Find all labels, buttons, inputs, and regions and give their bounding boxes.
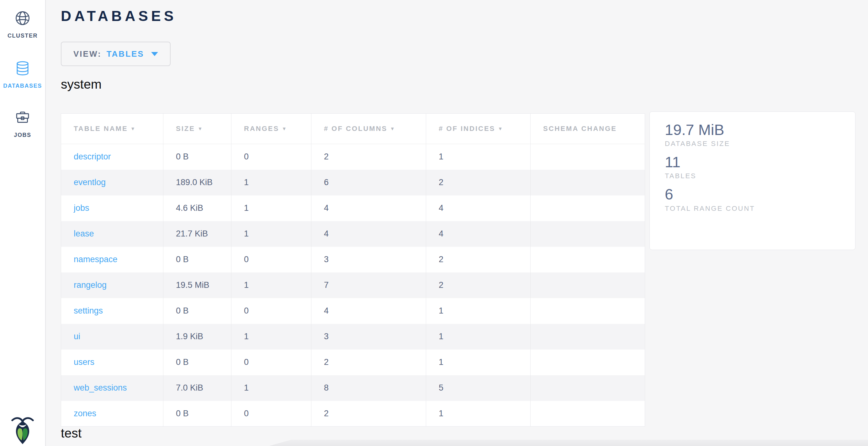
table-row: settings 0 B 0 4 1	[61, 298, 645, 324]
sort-arrow-icon: ▾	[199, 126, 202, 132]
size-cell: 19.5 MiB	[163, 273, 231, 298]
schema-change-cell	[531, 349, 645, 375]
table-name-link[interactable]: settings	[74, 306, 103, 315]
columns-count-cell: 4	[311, 298, 426, 324]
stat-label: DATABASE SIZE	[665, 140, 849, 148]
sidebar-item-label: JOBS	[0, 132, 45, 138]
table-name-link[interactable]: web_sessions	[74, 383, 127, 392]
schema-change-cell	[531, 196, 645, 221]
table-name-cell: namespace	[61, 247, 163, 273]
size-cell: 189.0 KiB	[163, 170, 231, 196]
table-name-link[interactable]: ui	[74, 332, 80, 341]
table-row: ui 1.9 KiB 1 3 1	[61, 324, 645, 349]
column-header-label: RANGES	[244, 125, 279, 133]
indices-count-cell: 1	[426, 401, 531, 426]
stat-value: 6	[665, 186, 849, 203]
table-name-link[interactable]: rangelog	[74, 280, 106, 290]
ranges-cell: 0	[231, 247, 311, 273]
table-name-link[interactable]: users	[74, 357, 94, 367]
sort-arrow-icon: ▾	[283, 126, 286, 132]
column-header[interactable]: TABLE NAME▾	[61, 114, 163, 144]
table-row: eventlog 189.0 KiB 1 6 2	[61, 170, 645, 196]
cockroachdb-logo[interactable]	[11, 416, 34, 444]
indices-count-cell: 4	[426, 196, 531, 221]
table-name-cell: lease	[61, 221, 163, 247]
table-row: zones 0 B 0 2 1	[61, 401, 645, 426]
summary-stat: 19.7 MiB DATABASE SIZE	[665, 121, 849, 148]
sidebar-item-cluster[interactable]: CLUSTER	[0, 11, 45, 39]
indices-count-cell: 1	[426, 298, 531, 324]
schema-change-cell	[531, 144, 645, 170]
columns-count-cell: 2	[311, 144, 426, 170]
main-content: DATABASES VIEW: TABLES system TABLE NAME…	[46, 0, 868, 446]
table-name-cell: settings	[61, 298, 163, 324]
schema-change-cell	[531, 247, 645, 273]
sidebar: CLUSTER DATABASES	[0, 0, 46, 446]
ranges-cell: 1	[231, 221, 311, 247]
column-header[interactable]: SIZE▾	[163, 114, 231, 144]
table-row: lease 21.7 KiB 1 4 4	[61, 221, 645, 247]
stat-label: TOTAL RANGE COUNT	[665, 205, 849, 213]
table-name-cell: jobs	[61, 196, 163, 221]
table-row: users 0 B 0 2 1	[61, 349, 645, 375]
summary-stat: 11 TABLES	[665, 153, 849, 180]
ranges-cell: 0	[231, 298, 311, 324]
database-icon	[0, 61, 45, 76]
columns-count-cell: 6	[311, 170, 426, 196]
briefcase-icon	[0, 110, 45, 125]
table-row: web_sessions 7.0 KiB 1 8 5	[61, 375, 645, 401]
table-name-link[interactable]: jobs	[74, 203, 89, 213]
size-cell: 0 B	[163, 349, 231, 375]
table-name-link[interactable]: namespace	[74, 254, 118, 264]
column-header-label: TABLE NAME	[74, 125, 128, 133]
size-cell: 0 B	[163, 247, 231, 273]
table-name-cell: descriptor	[61, 144, 163, 170]
table-name-link[interactable]: eventlog	[74, 178, 106, 187]
size-cell: 0 B	[163, 298, 231, 324]
table-header-row: TABLE NAME▾ SIZE▾ RANGES▾ # OF COLUMNS▾ …	[61, 114, 645, 144]
column-header[interactable]: RANGES▾	[231, 114, 311, 144]
stat-value: 11	[665, 153, 849, 171]
database-summary-card: 19.7 MiB DATABASE SIZE 11 TABLES 6 TOTAL…	[649, 111, 856, 250]
indices-count-cell: 5	[426, 375, 531, 401]
schema-change-cell	[531, 324, 645, 349]
table-name-cell: ui	[61, 324, 163, 349]
table-name-link[interactable]: zones	[74, 409, 96, 418]
view-selector-label: VIEW:	[73, 49, 102, 59]
indices-count-cell: 1	[426, 324, 531, 349]
ranges-cell: 0	[231, 401, 311, 426]
schema-change-cell	[531, 401, 645, 426]
indices-count-cell: 4	[426, 221, 531, 247]
indices-count-cell: 1	[426, 349, 531, 375]
stat-value: 19.7 MiB	[665, 121, 849, 138]
schema-change-cell	[531, 170, 645, 196]
table-name-link[interactable]: lease	[74, 229, 94, 238]
columns-count-cell: 4	[311, 221, 426, 247]
table-name-link[interactable]: descriptor	[74, 152, 111, 161]
indices-count-cell: 1	[426, 144, 531, 170]
view-selector-value: TABLES	[106, 49, 144, 59]
ranges-cell: 1	[231, 196, 311, 221]
table-name-cell: eventlog	[61, 170, 163, 196]
column-header[interactable]: # OF COLUMNS▾	[311, 114, 426, 144]
columns-count-cell: 7	[311, 273, 426, 298]
sidebar-item-jobs[interactable]: JOBS	[0, 110, 45, 138]
view-selector[interactable]: VIEW: TABLES	[61, 42, 170, 66]
table-name-cell: zones	[61, 401, 163, 426]
sort-arrow-icon: ▾	[132, 126, 135, 132]
columns-count-cell: 2	[311, 349, 426, 375]
globe-icon	[0, 11, 45, 26]
bottom-shadow	[269, 440, 868, 446]
table-row: descriptor 0 B 0 2 1	[61, 144, 645, 170]
column-header-label: SIZE	[176, 125, 195, 133]
indices-count-cell: 2	[426, 247, 531, 273]
ranges-cell: 0	[231, 349, 311, 375]
ranges-cell: 1	[231, 170, 311, 196]
schema-change-cell	[531, 273, 645, 298]
sort-arrow-icon: ▾	[391, 126, 395, 132]
column-header[interactable]: # OF INDICES▾	[426, 114, 531, 144]
sidebar-item-databases[interactable]: DATABASES	[0, 61, 45, 89]
table-row: rangelog 19.5 MiB 1 7 2	[61, 273, 645, 298]
columns-count-cell: 8	[311, 375, 426, 401]
column-header[interactable]: SCHEMA CHANGE▾	[531, 114, 645, 144]
